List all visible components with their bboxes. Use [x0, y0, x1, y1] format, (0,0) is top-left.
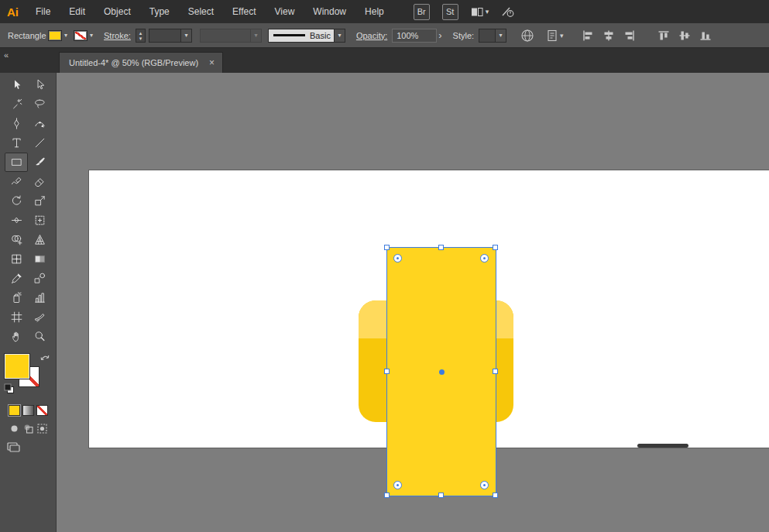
chevron-down-icon[interactable]: ▾: [560, 32, 564, 39]
selection-handle-top-right[interactable]: [493, 245, 498, 250]
menu-window[interactable]: Window: [304, 0, 355, 23]
chevron-down-icon[interactable]: ▾: [334, 29, 345, 42]
toolbar-collapse-icon[interactable]: «: [4, 50, 9, 60]
hand-tool[interactable]: [5, 327, 28, 346]
type-tool[interactable]: [5, 133, 28, 153]
stepper-up-icon[interactable]: ▴: [139, 30, 142, 36]
menu-object[interactable]: Object: [94, 0, 140, 23]
menu-type[interactable]: Type: [140, 0, 179, 23]
draw-inside-icon[interactable]: [37, 424, 47, 434]
menu-file[interactable]: File: [26, 0, 60, 23]
shape-builder-tool[interactable]: [5, 230, 28, 249]
align-left-icon[interactable]: [581, 29, 595, 43]
default-fill-stroke-icon[interactable]: [4, 383, 15, 394]
column-graph-tool[interactable]: [28, 288, 51, 307]
corner-widget-top-right[interactable]: [480, 254, 489, 263]
stock-button[interactable]: St: [442, 4, 458, 20]
artboard-tool[interactable]: [5, 307, 28, 327]
tab-close-icon[interactable]: ×: [209, 57, 215, 68]
mesh-tool[interactable]: [5, 249, 28, 269]
stroke-none-swatch[interactable]: [74, 30, 88, 41]
chevron-down-icon[interactable]: ▾: [180, 29, 191, 42]
draw-normal-icon[interactable]: [9, 424, 19, 434]
align-bottom-icon[interactable]: [699, 29, 712, 43]
line-segment-tool[interactable]: [28, 133, 51, 153]
document-tab[interactable]: Untitled-4* @ 50% (RGB/Preview) ×: [59, 52, 223, 73]
style-combo[interactable]: ▾: [479, 29, 506, 43]
swap-fill-stroke-icon[interactable]: [39, 353, 50, 362]
color-button[interactable]: [9, 405, 20, 416]
chevron-down-icon[interactable]: ▾: [495, 29, 506, 42]
stroke-weight-combo[interactable]: ▾: [149, 29, 192, 43]
blend-tool[interactable]: [28, 269, 51, 288]
slice-tool[interactable]: [28, 307, 51, 327]
opacity-combo[interactable]: 100%: [392, 29, 437, 43]
opacity-menu-arrow-icon[interactable]: ›: [438, 29, 441, 41]
none-button[interactable]: [36, 405, 48, 416]
stray-line-object[interactable]: [637, 444, 688, 448]
perspective-grid-tool[interactable]: [28, 230, 51, 249]
gradient-tool[interactable]: [28, 249, 51, 269]
selection-handle-bottom-right[interactable]: [493, 493, 498, 498]
corner-widget-bottom-left[interactable]: [393, 481, 402, 489]
selection-handle-top-left[interactable]: [384, 245, 390, 250]
gradient-button[interactable]: [22, 405, 34, 416]
draw-behind-icon[interactable]: [23, 424, 33, 434]
document-setup-button[interactable]: ▾: [547, 29, 564, 42]
rectangle-tool[interactable]: [5, 153, 28, 172]
direct-selection-tool[interactable]: [28, 75, 51, 94]
align-top-icon[interactable]: [657, 29, 671, 43]
selection-tool[interactable]: [5, 75, 28, 94]
stroke-weight-stepper[interactable]: ▴▾: [136, 29, 146, 43]
menu-edit[interactable]: Edit: [60, 0, 94, 23]
align-vertical-center-icon[interactable]: [678, 29, 692, 43]
symbol-sprayer-tool[interactable]: [5, 288, 28, 307]
scale-tool[interactable]: [28, 191, 51, 211]
selection-handle-top-center[interactable]: [438, 245, 444, 250]
align-center-icon[interactable]: [602, 29, 616, 43]
brush-definition-combo[interactable]: Basic ▾: [268, 29, 345, 43]
stepper-down-icon[interactable]: ▾: [139, 36, 142, 41]
gpu-performance-button[interactable]: [501, 5, 514, 18]
chevron-down-icon[interactable]: ▾: [90, 32, 93, 39]
corner-widget-bottom-right[interactable]: [480, 481, 489, 489]
paintbrush-tool[interactable]: [28, 153, 51, 172]
bridge-button[interactable]: Br: [414, 4, 430, 20]
rotate-tool[interactable]: [5, 191, 28, 211]
chevron-down-icon[interactable]: ▾: [64, 32, 67, 39]
corner-widget-top-left[interactable]: [393, 254, 402, 263]
selection-handle-bottom-center[interactable]: [438, 493, 444, 498]
selection-center-point[interactable]: [439, 369, 445, 375]
free-transform-tool[interactable]: [28, 211, 51, 230]
fill-color-control[interactable]: ▾: [48, 30, 67, 41]
align-controls: [581, 29, 712, 43]
menu-help[interactable]: Help: [355, 0, 393, 23]
menu-select[interactable]: Select: [179, 0, 223, 23]
document-info-button[interactable]: [520, 29, 534, 43]
width-tool[interactable]: [5, 211, 28, 230]
eraser-tool[interactable]: [28, 172, 51, 191]
paintbrush-icon: [33, 156, 46, 169]
menu-view[interactable]: View: [266, 0, 304, 23]
stroke-color-control[interactable]: ▾: [74, 30, 93, 41]
eyedropper-tool[interactable]: [5, 269, 28, 288]
zoom-tool[interactable]: [28, 327, 51, 346]
perspective-grid-icon: [33, 233, 46, 246]
magic-wand-tool[interactable]: [5, 94, 28, 114]
opacity-panel-link[interactable]: Opacity:: [356, 31, 387, 40]
menu-effect[interactable]: Effect: [223, 0, 265, 23]
screen-mode-button[interactable]: [7, 441, 56, 455]
align-right-icon[interactable]: [623, 29, 637, 43]
shaper-tool[interactable]: [5, 172, 28, 191]
selection-handle-middle-left[interactable]: [384, 369, 390, 374]
fill-swatch[interactable]: [48, 30, 62, 41]
selection-handle-middle-right[interactable]: [493, 369, 498, 374]
stroke-preview-line: [273, 34, 305, 36]
arrange-documents-button[interactable]: ▾: [471, 7, 489, 17]
lasso-tool[interactable]: [28, 94, 51, 114]
selection-handle-bottom-left[interactable]: [384, 493, 390, 498]
fill-color-swatch[interactable]: [5, 354, 29, 379]
curvature-tool[interactable]: [28, 114, 51, 133]
pen-tool[interactable]: [5, 114, 28, 133]
stroke-panel-link[interactable]: Stroke:: [104, 31, 131, 40]
